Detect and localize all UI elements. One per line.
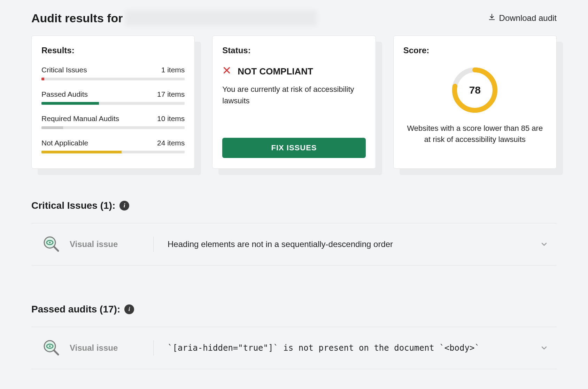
download-audit-link[interactable]: Download audit: [488, 13, 557, 23]
result-label: Required Manual Audits: [41, 114, 119, 123]
issue-description: Heading elements are not in a sequential…: [168, 239, 540, 249]
progress-bar-fill: [41, 151, 122, 153]
score-card-title: Score:: [403, 46, 547, 55]
page-title: Audit results for: [31, 10, 317, 26]
results-card: Results: Critical Issues 1 items Passed …: [31, 35, 195, 169]
progress-bar-fill: [41, 102, 99, 105]
issue-row[interactable]: Visual issue Heading elements are not in…: [31, 223, 557, 265]
progress-bar: [41, 102, 185, 105]
chevron-down-icon: [540, 240, 548, 248]
svg-line-9: [54, 350, 58, 355]
magnifier-eye-icon: [42, 339, 60, 357]
results-card-title: Results:: [41, 46, 185, 55]
info-icon[interactable]: i: [124, 304, 134, 314]
result-count: 24 items: [157, 139, 185, 147]
download-icon: [488, 13, 496, 23]
result-count: 17 items: [157, 90, 185, 98]
issue-type: Visual issue: [70, 239, 153, 249]
result-count: 10 items: [157, 114, 185, 123]
audited-url-redacted: [125, 10, 317, 26]
divider: [153, 340, 154, 356]
svg-point-8: [49, 346, 51, 347]
score-value: 78: [469, 84, 481, 96]
passed-audits-heading: Passed audits (17): i: [31, 304, 557, 315]
result-label: Critical Issues: [41, 66, 87, 74]
critical-issues-list: Visual issue Heading elements are not in…: [31, 223, 557, 265]
result-row-na: Not Applicable 24 items: [41, 139, 185, 153]
x-icon: [222, 66, 231, 77]
result-label: Not Applicable: [41, 139, 88, 147]
issue-type: Visual issue: [70, 343, 153, 353]
status-description: You are currently at risk of accessibili…: [222, 84, 365, 106]
progress-bar: [41, 126, 185, 129]
download-audit-label: Download audit: [499, 13, 557, 23]
score-description: Websites with a score lower than 85 are …: [403, 123, 547, 145]
critical-issues-title: Critical Issues (1):: [31, 200, 115, 211]
progress-bar: [41, 78, 185, 80]
passed-audits-title: Passed audits (17):: [31, 304, 120, 315]
status-card: Status: NOT COMPLIANT You are currently …: [212, 35, 376, 169]
result-row-critical: Critical Issues 1 items: [41, 66, 185, 80]
progress-bar-fill: [41, 78, 44, 80]
result-row-passed: Passed Audits 17 items: [41, 90, 185, 105]
status-card-title: Status:: [222, 46, 365, 55]
progress-bar-fill: [41, 126, 63, 129]
info-icon[interactable]: i: [119, 201, 129, 211]
magnifier-eye-icon: [42, 235, 60, 253]
page-title-prefix: Audit results for: [31, 11, 123, 25]
status-text: NOT COMPLIANT: [238, 66, 313, 77]
critical-issues-heading: Critical Issues (1): i: [31, 200, 557, 211]
score-card: Score: 78 Websites with a score lower th…: [393, 35, 557, 169]
issue-description: `[aria-hidden="true"]` is not present on…: [168, 343, 540, 353]
progress-bar: [41, 151, 185, 153]
svg-point-4: [49, 242, 51, 244]
result-count: 1 items: [161, 66, 185, 74]
passed-audits-list: Visual issue `[aria-hidden="true"]` is n…: [31, 327, 557, 369]
result-label: Passed Audits: [41, 90, 88, 98]
fix-issues-button[interactable]: FIX ISSUES: [222, 138, 365, 158]
score-donut: 78: [450, 66, 499, 114]
svg-line-5: [54, 247, 58, 251]
issue-row[interactable]: Visual issue `[aria-hidden="true"]` is n…: [31, 327, 557, 369]
result-row-manual: Required Manual Audits 10 items: [41, 114, 185, 129]
divider: [153, 237, 154, 252]
chevron-down-icon: [540, 344, 548, 352]
